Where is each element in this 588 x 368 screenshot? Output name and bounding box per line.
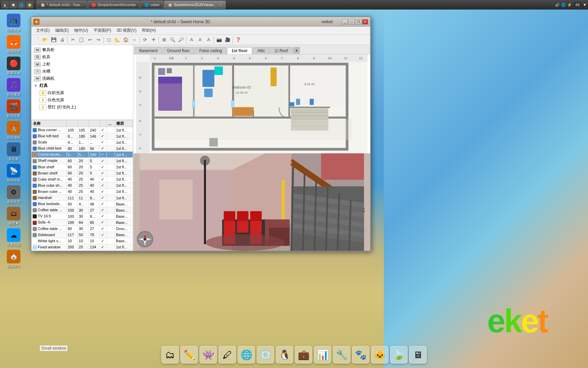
sys-icon-4[interactable]: ⭐: [26, 1, 33, 9]
tb-save[interactable]: 💾: [50, 36, 58, 44]
table-row[interactable]: Blue loft bed 8... 180 146 ✓ 1st fl...: [32, 133, 133, 139]
table-row[interactable]: Fixed window 200 25 134 ✓ 1st fl...: [32, 244, 133, 250]
col-name[interactable]: 名称: [32, 120, 67, 127]
compass-rose[interactable]: N: [137, 231, 153, 247]
tb-text-a2[interactable]: A: [196, 36, 204, 44]
tray-more[interactable]: ▼: [583, 3, 587, 7]
tree-item-baise[interactable]: 💡 白色光源: [33, 96, 132, 104]
col-dots[interactable]: ...: [107, 120, 115, 127]
sys-icon-3[interactable]: 🌐: [18, 1, 25, 9]
tree-item-baizhi[interactable]: 💡 白炽光源: [33, 89, 132, 96]
tab-1stfloor[interactable]: 1st floor: [227, 47, 252, 54]
desktop-icon-network-tv[interactable]: 📡 网络电视: [1, 164, 26, 183]
dock-cat[interactable]: 🐱: [371, 346, 389, 364]
tab-basement[interactable]: Basement: [135, 47, 162, 54]
dock-tools[interactable]: 🔧: [333, 346, 350, 364]
table-row[interactable]: Blue shelf 60 20 5 ✓ 1st fl...: [32, 164, 133, 170]
table-row[interactable]: White light s... 10 10 10 ✓ Base...: [32, 238, 133, 244]
restore-button[interactable]: ❐: [355, 19, 361, 25]
desktop-icon-interior[interactable]: 🏠 装潢设计: [1, 250, 26, 269]
dock-folder[interactable]: 💼: [295, 346, 312, 364]
table-row[interactable]: TV 16:9 100 30 8... ✓ Base...: [32, 213, 133, 219]
tb-zoom-fit[interactable]: ⊞: [160, 36, 168, 44]
table-row[interactable]: Brown cube ... 40 25 40 ✓ 1st fl...: [32, 188, 133, 195]
tree-item-dengju[interactable]: ▼ 灯具: [33, 82, 132, 89]
tab-veket[interactable]: 🌐 veket: [141, 1, 163, 9]
tree-item-shanggui[interactable]: 📦 上柜: [33, 61, 132, 68]
tb-move[interactable]: ✛: [149, 36, 158, 44]
col-c3[interactable]: [89, 120, 100, 127]
col-check[interactable]: [100, 120, 107, 127]
desktop-icon-desktop-base[interactable]: 🖥 桌面基: [1, 142, 26, 161]
desktop-icon-edit[interactable]: ✂️ 高级编辑: [1, 121, 26, 140]
menu-objects[interactable]: 物件(U): [71, 27, 91, 34]
tb-print[interactable]: 🖨: [58, 36, 66, 44]
desktop-icon-cloud[interactable]: ☁ 天翼云盘: [1, 228, 26, 247]
minimize-button[interactable]: _: [342, 19, 348, 25]
desktop-icon-state[interactable]: ⚙ 桌面状态: [1, 185, 26, 204]
dock-monitor[interactable]: 🖥: [409, 346, 427, 364]
tree-item-bideng[interactable]: 💡 壁灯 (灯光向上): [33, 104, 132, 111]
desktop-icon-swap[interactable]: 🗂 换图▼: [1, 207, 26, 226]
table-row[interactable]: Coffee table ... 100 30 27 ✓ Base...: [32, 207, 133, 213]
col-c1[interactable]: [66, 120, 78, 127]
dock-game[interactable]: 👾: [199, 346, 217, 364]
col-c2[interactable]: [78, 120, 89, 127]
tb-text-a1[interactable]: A: [187, 36, 196, 44]
menu-floorplan[interactable]: 平面图(P): [91, 27, 114, 34]
tb-zoom-out[interactable]: 🔎: [177, 36, 185, 44]
table-row[interactable]: Shelf maple 60 20 5 ✓ 1st fl...: [32, 158, 133, 164]
tb-rotate[interactable]: ⟳: [141, 36, 149, 44]
sys-tray-power[interactable]: ⚡: [567, 3, 572, 7]
tab-roof[interactable]: ☑ Roof: [270, 47, 292, 54]
tb-dimension[interactable]: ↔: [130, 36, 138, 44]
sys-tray-network[interactable]: 🌐: [561, 3, 566, 7]
table-row[interactable]: Blue corner ... 105 105 240 ✓ 1st fl...: [32, 127, 133, 133]
table-row[interactable]: Coffee table ... 60 30 27 ✓ Grou...: [32, 226, 133, 232]
tb-redo[interactable]: ↪: [94, 36, 102, 44]
table-row[interactable]: Scale 4... 1... ... ✓ 1st fl...: [32, 139, 133, 145]
dock-editor[interactable]: ✏️: [180, 346, 198, 364]
tab-sweethome[interactable]: 🏠 * default.sh3d - Swe...: [37, 1, 87, 9]
tb-video[interactable]: 🎥: [224, 36, 232, 44]
table-row[interactable]: Corner bookc... 5... 5... 240 ✓ 1st fl..…: [32, 152, 133, 158]
table-row[interactable]: Handrail 111 11 8... ✓ 1st fl...: [32, 195, 133, 201]
table-row[interactable]: Brown shelf 60 20 5 ✓ 1st fl...: [32, 170, 133, 176]
tb-cut[interactable]: ✂: [69, 36, 77, 44]
dock-pen[interactable]: 🖊: [218, 346, 236, 364]
tab-close-3djs[interactable]: ✕: [219, 3, 222, 7]
tb-help[interactable]: ❓: [234, 36, 242, 44]
table-row[interactable]: Fixed window 91 25 134 ✓ 1st fl...: [32, 250, 133, 251]
dock-chart[interactable]: 📊: [314, 346, 331, 364]
dock-disc[interactable]: 💿: [257, 346, 274, 364]
desktop-icon-video[interactable]: 🎬 影音转换: [1, 99, 26, 118]
sys-icon-2[interactable]: 🔲: [10, 1, 17, 9]
add-floor-button[interactable]: +: [293, 47, 300, 54]
tab-falseceiling[interactable]: False ceiling: [195, 47, 227, 54]
table-row[interactable]: Sideboard 117 50 78 ✓ Base...: [32, 232, 133, 238]
tb-room[interactable]: 🏠: [122, 36, 130, 44]
menu-3dview[interactable]: 3D 视图(V): [114, 27, 140, 34]
tab-groundfloor[interactable]: Ground floor: [163, 47, 194, 54]
menu-help[interactable]: 帮助(H): [139, 27, 159, 34]
tab-sweethome3djs[interactable]: 🏠 SweetHome3DJSViewe... ✕: [164, 1, 226, 9]
tb-select[interactable]: ◻: [105, 36, 113, 44]
tab-attic[interactable]: Attic: [253, 47, 270, 54]
tree-item-chuiju[interactable]: 🍳 炊具: [33, 53, 132, 61]
tb-new[interactable]: 📄: [33, 36, 41, 44]
tb-wall[interactable]: 📐: [113, 36, 121, 44]
tb-copy[interactable]: 📋: [77, 36, 85, 44]
start-button[interactable]: 🐧: [1, 1, 9, 9]
dock-paw[interactable]: 🐾: [352, 346, 370, 364]
table-row[interactable]: Sofa -4- 199 84 80 ✓ Base...: [32, 219, 133, 226]
table-row[interactable]: Blue bedside... 50 4... 48 ✓ Base...: [32, 201, 133, 207]
floor-plan[interactable]: -1 0米 1 2 3 4 5 6 7 8 9 10 11 12 -3 -2: [133, 55, 370, 153]
tb-zoom-in[interactable]: 🔍: [168, 36, 177, 44]
sys-tray-sound[interactable]: 🔊: [555, 3, 560, 7]
close-button[interactable]: ✕: [362, 19, 368, 25]
tb-open[interactable]: 📂: [41, 36, 49, 44]
dock-globe[interactable]: 🌐: [238, 346, 255, 364]
tb-photo[interactable]: 📷: [215, 36, 223, 44]
menu-file[interactable]: 文件(E): [33, 27, 52, 34]
view-3d[interactable]: N: [133, 153, 370, 251]
